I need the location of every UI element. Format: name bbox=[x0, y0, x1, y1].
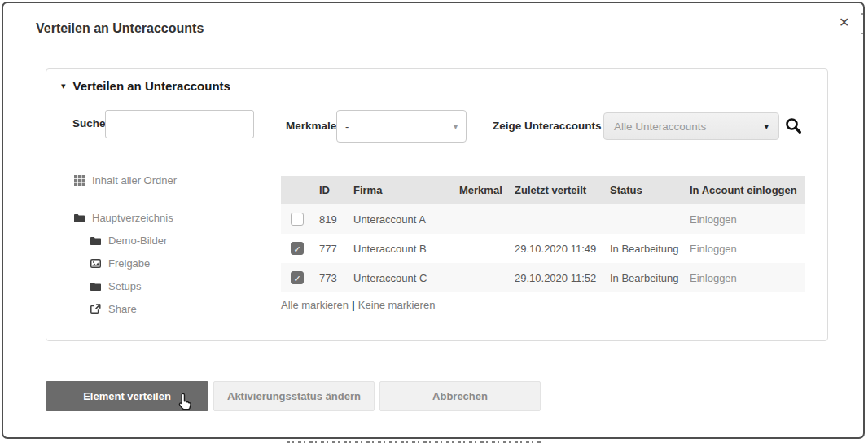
cell-zuletzt: 29.10.2020 11:49 bbox=[511, 243, 607, 255]
search-label: Suche bbox=[72, 117, 106, 129]
col-zuletzt-verteilt: Zuletzt verteilt bbox=[511, 184, 607, 196]
nav-item-label: Demo-Bilder bbox=[108, 235, 167, 247]
zeige-selected-value: Alle Unteraccounts bbox=[614, 121, 764, 133]
einloggen-link[interactable]: Einloggen bbox=[686, 243, 805, 255]
nav-item-label: Setups bbox=[108, 280, 141, 292]
background-dots bbox=[861, 13, 863, 15]
distribute-panel: ▾ Verteilen an Unteraccounts Suche Merkm… bbox=[46, 68, 828, 341]
nav-item-setups[interactable]: Setups bbox=[90, 279, 141, 293]
einloggen-link[interactable]: Einloggen bbox=[686, 272, 805, 284]
nav-item-demo-bilder[interactable]: Demo-Bilder bbox=[90, 233, 167, 248]
cell-firma: Unteraccount A bbox=[350, 213, 456, 226]
grid-icon bbox=[74, 175, 85, 186]
select-none-link[interactable]: Keine markieren bbox=[358, 299, 436, 311]
nav-item-label: Freigabe bbox=[108, 257, 150, 270]
aktivierungsstatus-aendern-button[interactable]: Aktivierungsstatus ändern bbox=[213, 381, 375, 411]
nav-item-inhalt-aller-ordner[interactable]: Inhalt aller Ordner bbox=[74, 173, 177, 187]
merkmale-select[interactable]: - ▾ bbox=[336, 110, 467, 143]
table-row: ✓ 777 Unteraccount B 29.10.2020 11:49 In… bbox=[281, 234, 805, 263]
chevron-down-icon: ▾ bbox=[454, 122, 458, 131]
col-status: Status bbox=[607, 184, 686, 196]
col-id: ID bbox=[316, 184, 350, 196]
image-icon bbox=[90, 259, 101, 268]
nav-item-label: Hauptverzeichnis bbox=[92, 212, 173, 224]
zeige-unteraccounts-select[interactable]: Alle Unteraccounts ▾ bbox=[603, 112, 779, 140]
col-merkmal: Merkmal bbox=[456, 184, 511, 196]
search-icon[interactable] bbox=[784, 116, 802, 138]
abbrechen-button[interactable]: Abbrechen bbox=[379, 381, 541, 411]
nav-item-hauptverzeichnis[interactable]: Hauptverzeichnis bbox=[74, 210, 173, 225]
search-input[interactable] bbox=[105, 110, 254, 138]
nav-item-label: Inhalt aller Ordner bbox=[92, 174, 177, 186]
separator: | bbox=[349, 299, 358, 311]
col-in-account-einloggen: In Account einloggen bbox=[686, 184, 805, 196]
merkmale-selected-value: - bbox=[345, 121, 454, 133]
cell-id: 777 bbox=[316, 243, 350, 255]
nav-item-label: Share bbox=[108, 303, 137, 315]
einloggen-link[interactable]: Einloggen bbox=[686, 213, 805, 226]
subaccounts-table: ID Firma Merkmal Zuletzt verteilt Status… bbox=[281, 176, 805, 292]
cell-id: 819 bbox=[316, 213, 350, 226]
cell-firma: Unteraccount B bbox=[350, 243, 456, 255]
row-checkbox[interactable]: ✓ bbox=[291, 271, 304, 284]
nav-item-freigabe[interactable]: Freigabe bbox=[90, 256, 150, 270]
table-row: 819 Unteraccount A Einloggen bbox=[281, 204, 805, 234]
select-all-link[interactable]: Alle markieren bbox=[281, 299, 349, 311]
table-header: ID Firma Merkmal Zuletzt verteilt Status… bbox=[281, 176, 805, 204]
row-checkbox[interactable] bbox=[291, 213, 304, 226]
selection-links: Alle markieren|Keine markieren bbox=[281, 299, 435, 311]
collapse-triangle-icon: ▾ bbox=[61, 81, 66, 90]
cell-id: 773 bbox=[316, 272, 350, 284]
zeige-unteraccounts-label: Zeige Unteraccounts bbox=[493, 120, 602, 132]
section-header-toggle[interactable]: ▾ Verteilen an Unteraccounts bbox=[61, 79, 230, 93]
chevron-down-icon: ▾ bbox=[764, 121, 769, 132]
cell-zuletzt: 29.10.2020 11:52 bbox=[511, 272, 607, 284]
dialog-title: Verteilen an Unteraccounts bbox=[36, 21, 204, 36]
merkmale-label: Merkmale bbox=[286, 120, 336, 132]
cell-status: In Bearbeitung bbox=[607, 243, 686, 255]
table-row: ✓ 773 Unteraccount C 29.10.2020 11:52 In… bbox=[281, 263, 805, 292]
row-checkbox[interactable]: ✓ bbox=[291, 242, 304, 255]
screen: Verteilen an Unteraccounts ✕ ▾ Verteilen… bbox=[0, 0, 868, 443]
cell-status: In Bearbeitung bbox=[607, 272, 686, 284]
element-verteilen-button[interactable]: Element verteilen bbox=[46, 381, 208, 411]
col-firma: Firma bbox=[350, 184, 456, 196]
folder-icon bbox=[74, 213, 85, 222]
folder-icon bbox=[90, 282, 101, 291]
section-title: Verteilen an Unteraccounts bbox=[73, 79, 230, 93]
folder-icon bbox=[90, 236, 101, 245]
share-icon bbox=[90, 304, 101, 314]
close-icon[interactable]: ✕ bbox=[839, 16, 849, 29]
cell-firma: Unteraccount C bbox=[350, 272, 456, 284]
distribute-dialog: Verteilen an Unteraccounts ✕ ▾ Verteilen… bbox=[2, 2, 865, 439]
nav-item-share[interactable]: Share bbox=[90, 301, 137, 316]
